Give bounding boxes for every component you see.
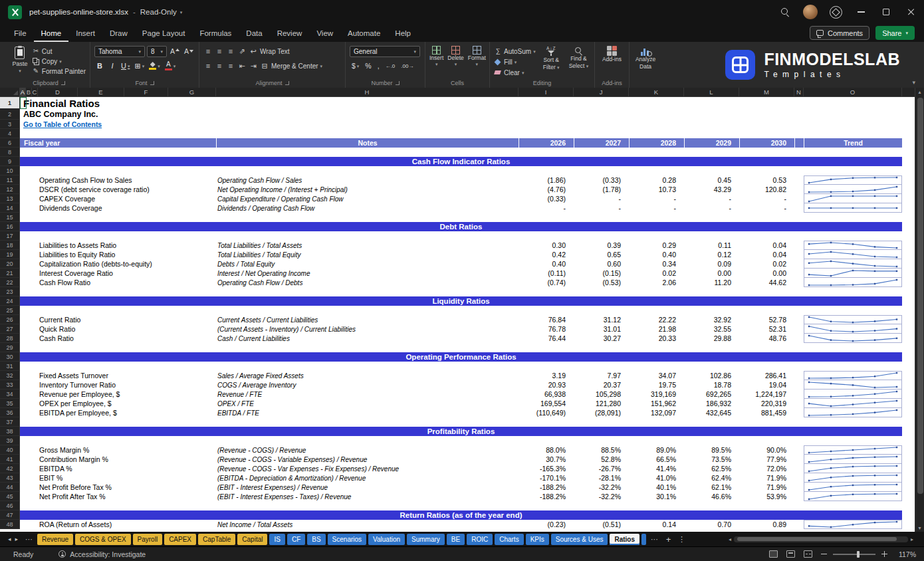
align-middle-icon[interactable]: ≡ bbox=[215, 48, 224, 55]
value-cell-2028[interactable]: 151,962 bbox=[629, 399, 684, 408]
row-header-6[interactable]: 6 bbox=[0, 138, 20, 148]
row-header-23[interactable]: 23 bbox=[0, 287, 20, 296]
value-cell-2028[interactable]: 20.33 bbox=[629, 334, 684, 343]
value-cell-2026[interactable]: (0.33) bbox=[519, 194, 574, 203]
value-cell-2026[interactable]: - bbox=[519, 203, 574, 213]
cut-button[interactable]: ✂Cut bbox=[32, 47, 86, 56]
value-cell-2027[interactable]: 105,298 bbox=[574, 390, 629, 399]
font-color-button[interactable]: A▾ bbox=[164, 60, 177, 71]
value-cell-2027[interactable]: -32.2% bbox=[574, 483, 629, 492]
value-cell-2027[interactable]: 88.5% bbox=[574, 445, 629, 455]
comma-format-button[interactable]: , bbox=[376, 60, 382, 71]
row-header-1[interactable]: 1 bbox=[0, 97, 20, 109]
menu-tab-file[interactable]: File bbox=[7, 24, 34, 42]
ratio-label-cell[interactable]: Operating Cash Flow to Sales bbox=[20, 175, 216, 185]
value-cell-2030[interactable]: 0.02 bbox=[739, 259, 794, 269]
delete-cells-button[interactable]: Delete▾ bbox=[447, 45, 464, 78]
horizontal-scrollbar-track[interactable] bbox=[734, 536, 908, 542]
sheet-tab-cf[interactable]: CF bbox=[287, 534, 305, 545]
value-cell-2030[interactable]: 0.04 bbox=[739, 250, 794, 259]
value-cell-2029[interactable]: 11.20 bbox=[684, 278, 739, 287]
value-cell-2030[interactable]: 71.9% bbox=[739, 483, 794, 492]
value-cell-2027[interactable]: -32.2% bbox=[574, 492, 629, 501]
ratio-label-cell[interactable]: Capitalization Ratio (debts-to-equity) bbox=[20, 259, 216, 269]
row-header-16[interactable]: 16 bbox=[0, 222, 20, 231]
ratio-formula-cell[interactable]: (EBIT - Interest Expenses) / Revenue bbox=[216, 483, 519, 492]
sheet-tab-capex[interactable]: CAPEX bbox=[164, 534, 196, 545]
zoom-slider-thumb[interactable] bbox=[857, 551, 860, 558]
ratio-label-cell[interactable]: Net Profit After Tax % bbox=[20, 492, 216, 501]
sheet-title-cell[interactable]: Financial Ratios bbox=[20, 97, 100, 109]
trend-sparkline-cell[interactable] bbox=[804, 390, 902, 399]
ratio-label-cell[interactable]: Liabilities to Equity Ratio bbox=[20, 250, 216, 259]
menu-tab-review[interactable]: Review bbox=[270, 24, 310, 42]
value-cell-2027[interactable]: 20.37 bbox=[574, 380, 629, 390]
row-header-22[interactable]: 22 bbox=[0, 278, 20, 287]
row-header-46[interactable]: 46 bbox=[0, 501, 20, 510]
sort-filter-button[interactable]: A↓Z Sort & Filter ▾ bbox=[540, 45, 563, 78]
column-header-G[interactable]: G bbox=[168, 88, 216, 96]
column-header-L[interactable]: L bbox=[684, 88, 739, 96]
value-cell-2026[interactable]: 3.19 bbox=[519, 371, 574, 380]
column-header-I[interactable]: I bbox=[519, 88, 574, 96]
ratio-label-cell[interactable]: CAPEX Coverage bbox=[20, 194, 216, 203]
value-cell-2029[interactable]: 0.45 bbox=[684, 175, 739, 185]
column-header-M[interactable]: M bbox=[739, 88, 794, 96]
increase-indent-icon[interactable]: ⇥ bbox=[249, 62, 258, 70]
value-cell-2030[interactable]: 0.00 bbox=[739, 269, 794, 278]
menu-tab-help[interactable]: Help bbox=[388, 24, 418, 42]
value-cell-2027[interactable]: (0.33) bbox=[574, 175, 629, 185]
align-right-icon[interactable]: ≡ bbox=[226, 62, 235, 70]
sheet-tab-cogs-opex[interactable]: COGS & OPEX bbox=[75, 534, 130, 545]
sheet-nav-buttons[interactable]: ◂▸ bbox=[5, 536, 21, 542]
column-header-J[interactable]: J bbox=[574, 88, 629, 96]
fill-color-button[interactable]: ▾ bbox=[148, 60, 162, 71]
row-header-43[interactable]: 43 bbox=[0, 473, 20, 483]
value-cell-2029[interactable]: 0.09 bbox=[684, 259, 739, 269]
year-header-2026[interactable]: 2026 bbox=[519, 138, 574, 148]
trend-sparkline-cell[interactable] bbox=[804, 455, 902, 464]
value-cell-2028[interactable]: 0.14 bbox=[629, 520, 684, 529]
format-cells-button[interactable]: Format▾ bbox=[468, 45, 486, 78]
value-cell-2030[interactable]: 220,319 bbox=[739, 399, 794, 408]
value-cell-2027[interactable]: - bbox=[574, 194, 629, 203]
sheet-tab-be[interactable]: BE bbox=[447, 534, 465, 545]
align-top-icon[interactable]: ≡ bbox=[203, 48, 213, 55]
value-cell-2029[interactable]: 62.5% bbox=[684, 464, 739, 473]
value-cell-2030[interactable]: 0.04 bbox=[739, 241, 794, 250]
ratio-formula-cell[interactable]: Net Operating Income / (Interest + Princ… bbox=[216, 185, 519, 194]
ratio-formula-cell[interactable]: OPEX / FTE bbox=[216, 399, 519, 408]
ratio-formula-cell[interactable]: Cash / Current Liabilities bbox=[216, 334, 519, 343]
dialog-launcher-icon[interactable] bbox=[396, 81, 400, 85]
italic-button[interactable]: I bbox=[107, 60, 118, 71]
trend-sparkline-cell[interactable] bbox=[804, 380, 902, 390]
ratio-formula-cell[interactable]: Current Assets / Current Liabilities bbox=[216, 315, 519, 324]
font-size-select[interactable]: 8▾ bbox=[147, 46, 167, 57]
menu-tab-automate[interactable]: Automate bbox=[340, 24, 388, 42]
zoom-percentage[interactable]: 117% bbox=[896, 550, 916, 558]
wrap-text-button[interactable]: Wrap Text bbox=[260, 48, 290, 55]
section-header-cash-flow-indicator-ratios[interactable]: Cash Flow Indicator Ratios bbox=[20, 157, 902, 166]
menu-tab-home[interactable]: Home bbox=[34, 24, 69, 42]
ratio-formula-cell[interactable]: EBITDA / FTE bbox=[216, 408, 519, 417]
sheet-tab-scenarios[interactable]: Scenarios bbox=[328, 534, 366, 545]
row-header-48[interactable]: 48 bbox=[0, 520, 20, 529]
vertical-scrollbar[interactable]: ▲ ▼ bbox=[915, 88, 924, 532]
sheet-tab-roic[interactable]: ROIC bbox=[467, 534, 493, 545]
trend-sparkline-cell[interactable] bbox=[804, 185, 902, 194]
ratio-label-cell[interactable]: Fixed Assets Turnover bbox=[20, 371, 216, 380]
autosum-button[interactable]: ∑AutoSum▾ bbox=[494, 47, 536, 56]
page-layout-view-button[interactable] bbox=[786, 550, 795, 558]
sheet-tab-bs[interactable]: BS bbox=[307, 534, 325, 545]
value-cell-2026[interactable]: (110,649) bbox=[519, 408, 574, 417]
menu-tab-data[interactable]: Data bbox=[239, 24, 269, 42]
more-sheets-button[interactable]: ⋯ bbox=[648, 536, 661, 543]
value-cell-2028[interactable]: 2.06 bbox=[629, 278, 684, 287]
trend-sparkline-cell[interactable] bbox=[804, 371, 902, 380]
ratio-label-cell[interactable]: Net Profit Before Tax % bbox=[20, 483, 216, 492]
menu-tab-page-layout[interactable]: Page Layout bbox=[135, 24, 193, 42]
horizontal-scrollbar[interactable]: ◂ ▸ bbox=[729, 536, 924, 542]
zoom-in-button[interactable] bbox=[881, 551, 887, 557]
ratio-formula-cell[interactable]: Operating Cash Flow / Debts bbox=[216, 278, 519, 287]
value-cell-2030[interactable]: 71.9% bbox=[739, 473, 794, 483]
